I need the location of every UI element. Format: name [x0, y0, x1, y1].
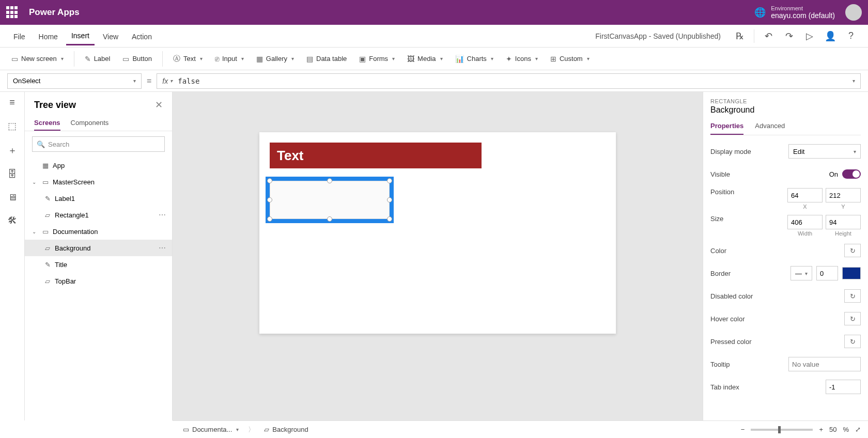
visible-toggle[interactable]: [842, 169, 861, 179]
prop-label: Hover color: [710, 315, 840, 323]
zoom-in-icon[interactable]: +: [819, 426, 823, 433]
color-reset-icon[interactable]: ↻: [844, 244, 861, 257]
prop-label: Display mode: [710, 148, 784, 155]
tooltip-input[interactable]: [788, 357, 861, 371]
chevron-down-icon[interactable]: ⌄: [32, 229, 38, 234]
tab-index-input[interactable]: -1: [826, 380, 861, 394]
selected-rectangle[interactable]: [266, 177, 394, 223]
charts-dropdown[interactable]: 📊 Charts ▾: [451, 53, 498, 65]
zoom-out-icon[interactable]: −: [741, 426, 745, 433]
display-mode-select[interactable]: Edit ▾: [788, 144, 861, 159]
media-icon: 🖼: [407, 55, 414, 63]
tree-item-title[interactable]: ✎ Title: [25, 256, 172, 273]
rectangle-icon: ▱: [264, 426, 269, 433]
hover-color-reset-icon[interactable]: ↻: [844, 312, 861, 325]
prop-label: Disabled color: [710, 292, 840, 300]
pressed-color-reset-icon[interactable]: ↻: [844, 335, 861, 348]
close-icon[interactable]: ✕: [155, 99, 163, 111]
more-icon[interactable]: ⋯: [159, 211, 167, 219]
resize-handle[interactable]: [267, 178, 272, 183]
media-dropdown[interactable]: 🖼 Media ▾: [403, 53, 446, 65]
tree-item-documentation[interactable]: ⌄▭ Documentation: [25, 223, 172, 240]
avatar[interactable]: [845, 4, 862, 21]
border-color-swatch[interactable]: [842, 267, 861, 279]
prop-label: Visible: [710, 170, 825, 178]
tree-view-panel: Tree view ✕ Screens Components 🔍 Search …: [25, 92, 173, 420]
icons-dropdown[interactable]: ✦ Icons ▾: [502, 53, 542, 65]
redo-icon[interactable]: ↷: [780, 27, 798, 45]
input-dropdown[interactable]: ⎚ Input ▾: [211, 53, 248, 65]
chevron-down-icon: ▾: [61, 56, 64, 61]
resize-handle[interactable]: [387, 216, 392, 222]
resize-handle[interactable]: [267, 216, 272, 222]
tree-item-masterscreen[interactable]: ⌄▭ MasterScreen: [25, 174, 172, 190]
more-icon[interactable]: ⋯: [159, 244, 167, 252]
resize-handle[interactable]: [267, 197, 272, 202]
command-bar: File Home Insert View Action FirstCanvas…: [0, 25, 868, 48]
tab-view[interactable]: View: [98, 27, 123, 45]
button-button[interactable]: ▭ Button: [118, 53, 156, 65]
formula-input[interactable]: fx▾ false ▾: [157, 73, 861, 89]
label-button[interactable]: ✎ Label: [81, 53, 115, 65]
text-dropdown[interactable]: Ⓐ Text ▾: [169, 52, 207, 66]
new-screen-button[interactable]: ▭ New screen ▾: [7, 53, 68, 65]
zoom-slider[interactable]: [751, 429, 813, 431]
tree-item-app[interactable]: ▦ App: [25, 157, 172, 174]
tree-view-icon[interactable]: ⬚: [8, 120, 17, 132]
resize-handle[interactable]: [327, 178, 332, 183]
fit-to-screen-icon[interactable]: ⤢: [855, 426, 861, 433]
tree-item-background[interactable]: ▱ Background ⋯: [25, 240, 172, 256]
hamburger-icon[interactable]: ≡: [9, 97, 15, 108]
canvas-text-label[interactable]: Text: [270, 143, 482, 168]
insert-icon[interactable]: ＋: [8, 144, 17, 157]
forms-dropdown[interactable]: ▣ Forms ▾: [355, 53, 399, 65]
custom-dropdown[interactable]: ⊞ Custom ▾: [546, 53, 594, 65]
chevron-down-icon: ▾: [236, 427, 239, 432]
waffle-icon[interactable]: [6, 6, 19, 19]
play-icon[interactable]: ▷: [801, 27, 818, 45]
media-rail-icon[interactable]: 🖥: [8, 192, 17, 203]
size-width-input[interactable]: 406: [787, 215, 823, 229]
tab-properties[interactable]: Properties: [710, 120, 743, 135]
property-select[interactable]: OnSelect ▾: [7, 73, 142, 89]
app-checker-icon[interactable]: ℞: [731, 27, 749, 45]
gallery-dropdown[interactable]: ▦ Gallery ▾: [252, 53, 298, 65]
canvas[interactable]: Text: [259, 132, 616, 334]
chevron-down-icon: ▾: [200, 56, 203, 61]
chevron-down-icon: ▾: [440, 56, 443, 61]
undo-icon[interactable]: ↶: [760, 27, 777, 45]
tree-item-topbar[interactable]: ▱ TopBar: [25, 273, 172, 289]
tab-action[interactable]: Action: [127, 27, 157, 45]
position-x-input[interactable]: 64: [787, 188, 823, 202]
border-width-input[interactable]: 0: [816, 266, 838, 280]
tab-home[interactable]: Home: [34, 27, 63, 45]
tab-advanced[interactable]: Advanced: [755, 120, 785, 135]
chevron-down-icon[interactable]: ⌄: [32, 179, 38, 185]
resize-handle[interactable]: [327, 216, 332, 222]
disabled-color-reset-icon[interactable]: ↻: [844, 289, 861, 303]
tree-item-label1[interactable]: ✎ Label1: [25, 190, 172, 207]
border-style-select[interactable]: — ▾: [791, 266, 812, 280]
resize-handle[interactable]: [387, 197, 392, 202]
advanced-tools-icon[interactable]: 🛠: [8, 215, 17, 226]
data-table-button[interactable]: ▤ Data table: [302, 53, 351, 65]
tree-item-rectangle1[interactable]: ▱ Rectangle1 ⋯: [25, 207, 172, 223]
share-icon[interactable]: 👤: [822, 27, 839, 45]
tab-file[interactable]: File: [8, 27, 30, 45]
tab-screens[interactable]: Screens: [34, 115, 60, 131]
resize-handle[interactable]: [387, 178, 392, 183]
canvas-area[interactable]: Text: [173, 92, 703, 420]
label-icon: ✎: [43, 261, 52, 269]
search-input[interactable]: 🔍 Search: [32, 136, 165, 152]
data-icon[interactable]: 🗄: [8, 169, 17, 180]
breadcrumb-element[interactable]: ▱ Background: [261, 425, 311, 434]
environment-picker[interactable]: 🌐 Environment enayu.com (default): [754, 5, 835, 20]
breadcrumb-screen[interactable]: ▭ Documenta... ▾: [180, 425, 242, 434]
help-icon[interactable]: ?: [842, 27, 860, 45]
chevron-down-icon: ▾: [854, 149, 856, 154]
position-y-input[interactable]: 212: [826, 188, 861, 202]
size-height-input[interactable]: 94: [826, 215, 861, 229]
tab-components[interactable]: Components: [71, 115, 109, 131]
tab-insert[interactable]: Insert: [66, 26, 95, 45]
app-title: Power Apps: [29, 7, 80, 18]
